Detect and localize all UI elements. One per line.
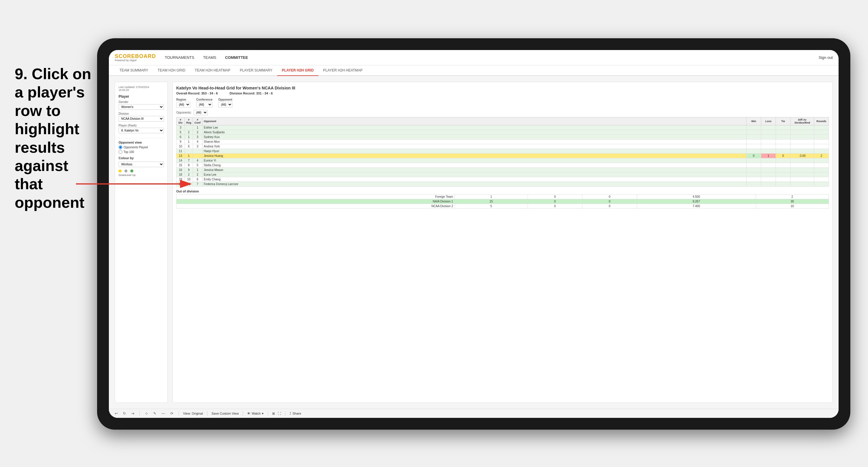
division-label: Division	[119, 112, 164, 115]
region-filter: Region (All)	[176, 98, 190, 107]
conference-filter: Conference (All)	[196, 98, 212, 107]
save-custom-view-button[interactable]: Save Custom View	[212, 412, 239, 415]
table-row[interactable]: 1585Stella Cheng	[177, 163, 829, 168]
opponents-label: Opponents: (All)	[176, 110, 829, 115]
col-div: # Div	[177, 117, 185, 125]
filter-row: Region (All) Conference (All) Opponent	[176, 98, 829, 107]
table-row[interactable]: NAIA Division 115009.26730	[177, 199, 829, 204]
col-rounds: Rounds	[814, 117, 829, 125]
separator-1	[140, 411, 140, 416]
sidebar: Last Updated: 27/03/2024 16:55:28 Player…	[115, 82, 168, 403]
radio-opponents-played[interactable]: Opponents Played	[119, 145, 164, 149]
colour-select[interactable]: Win/loss	[119, 161, 164, 167]
table-row[interactable]: 1822Euna Lee	[177, 173, 829, 177]
table-row[interactable]: 914Sharon Mun	[177, 139, 829, 144]
nav-links: TOURNAMENTS TEAMS COMMITTEE	[165, 54, 248, 61]
tab-team-h2h-grid[interactable]: TEAM H2H GRID	[153, 65, 190, 76]
nav-left: SCOREBOARD Powered by clippd TOURNAMENTS…	[115, 53, 248, 62]
colour-dots	[119, 169, 164, 173]
instruction-text: 9. Click on a player's row to highlight …	[15, 65, 100, 212]
table-header-row: # Div # Reg # Conf Opponent Win Loss Tie…	[177, 117, 829, 125]
instruction-body: Click on a player's row to highlight res…	[15, 65, 91, 211]
conference-select[interactable]: (All)	[196, 102, 212, 107]
opponent-view-title: Opponent view	[119, 141, 164, 144]
col-win: Win	[746, 117, 761, 125]
sign-out-button[interactable]: Sign out	[818, 55, 833, 60]
undo-button[interactable]: ↩	[114, 411, 119, 416]
up-dot	[130, 169, 133, 173]
table-row[interactable]: 20117Federica Domecq Lacroze	[177, 182, 829, 187]
down-dot	[119, 169, 122, 173]
separator-2	[179, 411, 179, 416]
table-row[interactable]: 1691Jessica Mason	[177, 168, 829, 173]
region-select[interactable]: (All)	[176, 102, 190, 107]
out-of-division-title: Out of division	[176, 189, 829, 193]
table-row[interactable]: NCAA Division 25007.40010	[177, 204, 829, 209]
sub-nav: TEAM SUMMARY TEAM H2H GRID TEAM H2H HEAT…	[109, 65, 839, 76]
separator-6	[285, 411, 285, 416]
table-row[interactable]: 131Jessica Huang010-3.002	[177, 154, 829, 158]
table-row[interactable]: 613Sydney Kuo	[177, 135, 829, 139]
col-tie: Tie	[776, 117, 790, 125]
watch-button[interactable]: 👁 Watch ▾	[247, 412, 264, 415]
main-content: Last Updated: 27/03/2024 16:55:28 Player…	[109, 76, 839, 409]
division-select[interactable]: NCAA Division III	[119, 116, 164, 122]
radio-top-100[interactable]: Top 100	[119, 150, 164, 154]
table-row[interactable]: 11Haejo Hyun	[177, 149, 829, 154]
forward-button[interactable]: ⇥	[130, 411, 135, 416]
top-nav: SCOREBOARD Powered by clippd TOURNAMENTS…	[109, 50, 839, 65]
redo-button[interactable]: ↻	[122, 411, 127, 416]
overall-record: Overall Record: 353 - 34 - 6	[176, 92, 218, 95]
tablet-frame: SCOREBOARD Powered by clippd TOURNAMENTS…	[97, 38, 850, 430]
col-loss: Loss	[761, 117, 776, 125]
separator-3	[207, 411, 208, 416]
grid-title: Katelyn Vo Head-to-Head Grid for Women's…	[176, 86, 829, 90]
level-dot	[124, 169, 127, 173]
nav-tournaments[interactable]: TOURNAMENTS	[165, 54, 194, 61]
gender-select[interactable]: Women's	[119, 104, 164, 110]
dash-button[interactable]: —	[160, 411, 166, 416]
table-row[interactable]: 19106Emily Chang	[177, 177, 829, 182]
nav-committee[interactable]: COMMITTEE	[225, 54, 248, 61]
col-reg: # Reg	[185, 117, 193, 125]
grid-subtitle: Overall Record: 353 - 34 - 6 Division Re…	[176, 92, 829, 95]
tab-player-h2h-heatmap[interactable]: PLAYER H2H HEATMAP	[318, 65, 367, 76]
col-conf: # Conf	[193, 117, 203, 125]
separator-4	[243, 411, 243, 416]
share-button[interactable]: ⤴ Share	[289, 412, 301, 415]
h2h-table: # Div # Reg # Conf Opponent Win Loss Tie…	[176, 117, 829, 187]
logo-area: SCOREBOARD Powered by clippd	[115, 53, 156, 62]
refresh-button[interactable]: ⟳	[169, 411, 175, 416]
sidebar-timestamp: Last Updated: 27/03/2024 16:55:28	[119, 86, 164, 92]
tab-player-summary[interactable]: PLAYER SUMMARY	[235, 65, 277, 76]
nav-teams[interactable]: TEAMS	[203, 54, 216, 61]
colour-dot-labels: Down Level Up	[119, 174, 164, 177]
bottom-toolbar: ↩ ↻ ⇥ ⊹ ✎ — ⟳ View: Original Save Custom…	[109, 409, 839, 418]
col-opponent: Opponent	[202, 117, 746, 125]
tab-player-h2h-grid[interactable]: PLAYER H2H GRID	[277, 65, 318, 76]
grid-view-button[interactable]: ⊞	[272, 412, 275, 415]
table-row[interactable]: 1474Eunice Yi	[177, 158, 829, 163]
opponent-select[interactable]: (All)	[218, 102, 232, 107]
crop-button[interactable]: ⊹	[144, 411, 149, 416]
fullscreen-button[interactable]: ⛶	[278, 412, 281, 415]
player-select[interactable]: 8. Katelyn Vo	[119, 128, 164, 133]
division-record: Division Record: 331 - 34 - 6	[229, 92, 273, 95]
separator-5	[268, 411, 268, 416]
colour-section: Colour by Win/loss Down Level Up	[119, 156, 164, 177]
table-row[interactable]: 522Alexis Sudjianto	[177, 130, 829, 135]
table-row[interactable]: 1063Andrea York	[177, 144, 829, 149]
colour-by-label: Colour by	[119, 156, 164, 160]
col-diff: Diff Av Strokes/Rnd	[790, 117, 814, 125]
tab-team-h2h-heatmap[interactable]: TEAM H2H HEATMAP	[190, 65, 235, 76]
table-row[interactable]: Foreign Team1004.5002	[177, 194, 829, 199]
grid-content: Katelyn Vo Head-to-Head Grid for Women's…	[173, 82, 833, 403]
pen-button[interactable]: ✎	[152, 411, 157, 416]
out-of-division-table: Foreign Team1004.5002NAIA Division 11500…	[176, 194, 829, 209]
opponents-select[interactable]: (All)	[194, 110, 208, 115]
tab-team-summary[interactable]: TEAM SUMMARY	[115, 65, 153, 76]
opponent-filter: Opponent (All)	[218, 98, 232, 107]
table-row[interactable]: 31Esther Lee	[177, 125, 829, 130]
view-original-button[interactable]: View: Original	[183, 412, 203, 415]
tablet-screen: SCOREBOARD Powered by clippd TOURNAMENTS…	[109, 50, 839, 418]
